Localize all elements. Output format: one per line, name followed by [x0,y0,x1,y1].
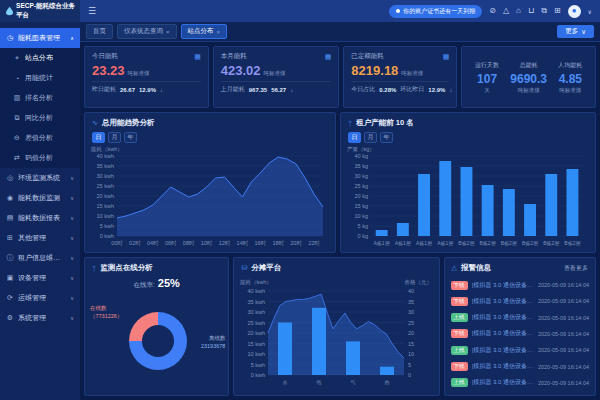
stat-card-title-row: 今日能耗▦ [92,52,201,61]
sidebar-menu: ◷能耗图表管理∧⌖站点分布◔用能统计▥排名分析⧉同比分析⊖差值分析⇄码值分析◎环… [0,22,80,400]
close-icon[interactable]: × [217,29,221,35]
tab-仪表状态查询[interactable]: 仪表状态查询× [117,24,177,39]
sidebar-item[interactable]: ⓘ租户信息维护管理∨ [0,248,80,268]
alarm-row[interactable]: 上线[模拟器 3.0 通信设备] 模拟器 3.0...2020-05-09 16… [451,378,589,387]
alarm-row[interactable]: 下线[模拟器 3.0 通信设备] 模拟器 3.0...2020-05-09 16… [451,281,589,290]
sidebar-item[interactable]: ▣设备管理∨ [0,268,80,288]
period-tab-日[interactable]: 日 [92,132,105,143]
svg-text:B栋2层: B栋2层 [501,240,517,247]
stat-card: 已定额能耗▦8219.18吨标准煤今日占比0.28%环比昨日12.9%↓ [343,46,457,108]
tab-首页[interactable]: 首页 [86,24,113,39]
chevron-icon: ∨ [70,235,74,241]
alarm-text: [模拟器 3.0 通信设备] 模拟器 3.0... [472,281,534,290]
middle-row: ∿ 总用能趋势分析 日月年 0 kwh5 kwh10 kwh15 kwh20 k… [84,112,596,253]
svg-text:A栋1层: A栋1层 [416,240,432,247]
gear-icon: ⚙ [6,314,14,322]
alert-triangle-icon[interactable]: △ [503,7,509,15]
period-tab-年[interactable]: 年 [124,132,137,143]
online-rate-label: 在线率: [134,281,155,288]
alarm-timestamp: 2020-05-09 16:14:04 [538,282,589,288]
metric-unit: 吨标准煤 [558,87,582,94]
svg-text:价格（元）: 价格（元） [405,279,433,286]
svg-text:25 kwh: 25 kwh [248,320,265,326]
period-tab-日[interactable]: 日 [348,132,361,143]
alarm-row[interactable]: 上线[模拟器 3.0 通信设备] 模拟器 3.0...2020-05-09 16… [451,346,589,355]
sidebar-item[interactable]: ⚙系统管理∨ [0,308,80,328]
expiry-notice-pill[interactable]: 你的账户证书还有一天到期 [389,5,482,18]
metric-unit: 吨标准煤 [510,87,547,94]
alarm-status-tag: 下线 [451,281,468,290]
view-more-link[interactable]: 查看更多 [564,264,588,273]
notice-text: 你的账户证书还有一天到期 [403,7,475,16]
alarm-row[interactable]: 下线[模拟器 3.0 通信设备] 模拟器 3.0...2020-05-09 16… [451,329,589,338]
sidebar-item[interactable]: ▤能耗数据报表∨ [0,208,80,228]
panel-title: 报警信息 [461,263,491,273]
sidebar-subitem[interactable]: ◔用能统计 [0,68,80,88]
package-icon[interactable]: ⊔ [528,7,534,15]
alarm-status-tag: 上线 [451,378,468,387]
svg-text:产量（kg）: 产量（kg） [347,146,375,152]
header-bar: ☰ 你的账户证书还有一天到期 ⊘△⌂⊔⧉⊞ ● ∨ [80,0,600,22]
svg-text:15: 15 [408,341,414,347]
online-count: （7731226） [90,312,122,320]
sidebar-item[interactable]: ⟳运维管理∨ [0,288,80,308]
copy-icon[interactable]: ⧉ [541,7,547,15]
sidebar-subitem[interactable]: ⧉同比分析 [0,108,80,128]
online-count-label: 在线数 （7731226） [90,304,122,321]
alarm-row[interactable]: 上线[模拟器 3.0 通信设备] 模拟器 3.0...2020-05-09 16… [451,313,589,322]
footer-label: 上月能耗 [221,85,245,94]
sidebar-item[interactable]: ⊞其他管理∨ [0,228,80,248]
chevron-down-icon[interactable]: ∨ [588,8,592,15]
top-header: SECP-能耗综合业务平台 ☰ 你的账户证书还有一天到期 ⊘△⌂⊔⧉⊞ ● ∨ [0,0,600,22]
stat-card-footer: 今日占比0.28%环比昨日12.9%↓ [351,85,449,94]
alarm-row[interactable]: 下线[模拟器 3.0 通信设备] 模拟器 3.0...2020-05-09 16… [451,297,589,306]
svg-text:30 kg: 30 kg [355,173,368,179]
chevron-icon: ∨ [70,255,74,261]
svg-text:30: 30 [408,309,414,315]
svg-text:15 kg: 15 kg [355,203,368,209]
collapse-menu-icon[interactable]: ☰ [88,7,96,16]
period-tab-月[interactable]: 月 [108,132,121,143]
sidebar-subitem[interactable]: ⇄码值分析 [0,148,80,168]
sidebar-subitem-label: 用能统计 [25,73,53,83]
summary-metric: 人均能耗4.85吨标准煤 [558,61,582,94]
sidebar-item[interactable]: ◎环境监测系统∨ [0,168,80,188]
more-button[interactable]: 更多 ∨ [557,25,594,38]
sidebar-item-label: 环境监测系统 [18,173,60,183]
tab-站点分布[interactable]: 站点分布× [181,24,228,39]
main-layout: ◷能耗图表管理∧⌖站点分布◔用能统计▥排名分析⧉同比分析⊖差值分析⇄码值分析◎环… [0,22,600,400]
forbidden-icon[interactable]: ⊘ [489,7,496,15]
calendar-icon: ▦ [325,53,332,61]
close-icon[interactable]: × [166,29,170,35]
panel-tenant-ranking: ᛉ 租户产能前 10 名 日月年 0 kg5 kg10 kg15 kg20 kg… [340,112,596,253]
sidebar-subitem[interactable]: ⌖站点分布 [0,48,80,68]
panel-header: △ 报警信息 查看更多 [445,258,595,275]
sidebar-item-label: 租户信息维护管理 [18,253,66,263]
home-icon[interactable]: ⌂ [516,7,521,15]
svg-text:10时: 10时 [201,240,213,246]
app-title: SECP-能耗综合业务平台 [16,2,80,20]
antenna-icon: ᛉ [348,120,352,127]
svg-text:A栋1层: A栋1层 [395,240,411,247]
summary-metric: 总能耗9690.3吨标准煤 [510,61,547,94]
fullscreen-icon[interactable]: ⊞ [554,7,561,15]
sidebar-item[interactable]: ◷能耗图表管理∧ [0,28,80,48]
footer-value: 0.28% [379,87,396,93]
sidebar-subitem[interactable]: ▥排名分析 [0,88,80,108]
sidebar-subitem-label: 排名分析 [25,93,53,103]
sidebar-subitem[interactable]: ⊖差值分析 [0,128,80,148]
stat-card-footer: 昨日能耗26.6712.9%↓ [92,85,201,94]
period-tab-年[interactable]: 年 [380,132,393,143]
svg-text:能耗（kwh）: 能耗（kwh） [240,279,272,286]
info-icon: ⓘ [6,253,14,263]
period-tab-月[interactable]: 月 [364,132,377,143]
env-icon: ◎ [6,174,14,182]
sidebar-item[interactable]: ◉能耗数据监测∨ [0,188,80,208]
signal-icon: ᛉ [92,265,96,272]
panel-energy-trend: ∿ 总用能趋势分析 日月年 0 kwh5 kwh10 kwh15 kwh20 k… [84,112,336,253]
alarm-status-tag: 上线 [451,313,468,322]
avatar[interactable]: ● [568,5,581,18]
stat-card-value: 8219.18吨标准煤 [351,63,449,78]
alarm-row[interactable]: 下线[模拟器 3.0 通信设备] 模拟器 3.0...2020-05-09 16… [451,362,589,371]
metric-label: 人均能耗 [558,61,582,70]
